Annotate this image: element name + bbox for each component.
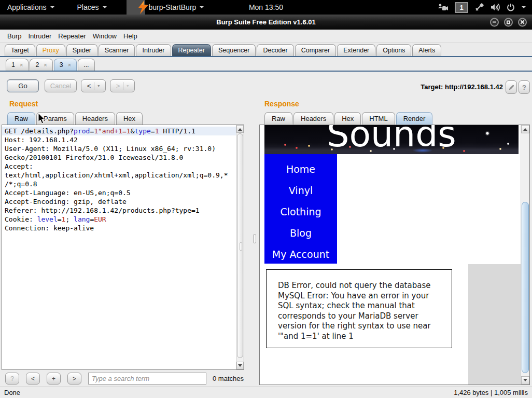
session-tab-3[interactable]: 3× — [54, 59, 77, 71]
main-tab-alerts[interactable]: Alerts — [412, 44, 441, 56]
request-text-segment: = — [58, 215, 62, 223]
dropdown-icon[interactable]: ▾ — [127, 84, 129, 88]
response-tab-render[interactable]: Render — [396, 112, 433, 125]
request-text-segment: HTTP/1.1 — [159, 127, 195, 135]
menubar-item-window[interactable]: Window — [93, 32, 117, 40]
response-tab-html[interactable]: HTML — [362, 112, 395, 125]
minimize-button[interactable] — [490, 18, 499, 26]
search-help-button[interactable]: ? — [5, 373, 19, 385]
session-tab-item[interactable]: ... — [78, 59, 94, 71]
site-nav-link-clothing[interactable]: Clothing — [264, 201, 337, 223]
close-tab-icon[interactable]: × — [44, 60, 47, 71]
site-sidebar-background — [468, 264, 521, 385]
chevron-down-icon[interactable] — [522, 6, 526, 10]
response-tab-raw[interactable]: Raw — [264, 112, 292, 125]
scrollbar-thumb[interactable] — [522, 202, 529, 373]
history-forward-button[interactable]: > ▾ — [110, 79, 135, 92]
search-input[interactable] — [88, 373, 206, 385]
render-scrollbar[interactable] — [521, 125, 529, 385]
response-tab-headers[interactable]: Headers — [293, 112, 333, 125]
response-tab-hex[interactable]: Hex — [334, 112, 361, 125]
scroll-down-button[interactable] — [236, 362, 244, 369]
request-scrollbar[interactable] — [236, 125, 244, 369]
session-tab-1[interactable]: 1× — [6, 59, 29, 71]
triangle-up-icon — [238, 126, 242, 131]
edit-target-button[interactable] — [506, 80, 517, 94]
close-button[interactable] — [518, 18, 527, 26]
places-menu-label: Places — [77, 3, 99, 11]
main-tab-scanner[interactable]: Scanner — [99, 44, 135, 56]
request-text-segment: Cookie: — [5, 215, 37, 223]
go-button[interactable]: Go — [7, 79, 39, 92]
plus-icon: + — [52, 375, 55, 382]
request-text-segment: 1"and+1=1 — [94, 127, 130, 135]
menubar-item-repeater[interactable]: Repeater — [58, 32, 86, 40]
back-arrow-label: < — [87, 82, 91, 90]
target-help-button[interactable]: ? — [519, 80, 530, 94]
site-banner-title: Sounds — [264, 125, 519, 152]
burp-app-menu[interactable]: burp-StartBurp — [123, 0, 207, 15]
target-label: Target: — [421, 83, 443, 91]
request-text-segment: prod — [74, 127, 90, 135]
request-text-segment: level — [37, 215, 58, 223]
request-text-segment: Accept-Language: en-US,en;q=0.5 — [5, 189, 131, 197]
scrollbar-thumb[interactable] — [237, 133, 243, 358]
triangle-down-icon — [238, 364, 242, 369]
main-tab-proxy[interactable]: Proxy — [36, 44, 65, 56]
main-tab-intruder[interactable]: Intruder — [136, 44, 171, 56]
chevron-down-icon — [103, 6, 107, 10]
site-nav-link-vinyl[interactable]: Vinyl — [264, 180, 337, 201]
workspace-indicator[interactable]: 1 — [455, 2, 468, 13]
dropdown-icon[interactable]: ▾ — [97, 84, 100, 88]
cancel-button[interactable]: Cancel — [45, 79, 77, 92]
places-menu[interactable]: Places — [74, 0, 110, 15]
menubar-item-help[interactable]: Help — [123, 32, 137, 40]
site-nav-link-my-account[interactable]: My Account — [264, 244, 337, 265]
maximize-button[interactable] — [504, 18, 513, 26]
request-tab-headers[interactable]: Headers — [75, 112, 115, 125]
request-line-10: Referer: http://192.168.1.42/products.ph… — [2, 206, 244, 215]
search-highlight-button[interactable]: + — [47, 373, 61, 385]
scroll-down-button[interactable] — [521, 376, 529, 385]
db-error-text-line: MySQL Error: You have an error in your — [278, 291, 452, 301]
scroll-up-button[interactable] — [521, 125, 529, 133]
network-icon[interactable] — [475, 3, 484, 11]
main-tab-decoder[interactable]: Decoder — [257, 44, 293, 56]
cancel-button-label: Cancel — [50, 82, 71, 90]
close-tab-icon[interactable]: × — [20, 60, 23, 71]
main-tab-options[interactable]: Options — [376, 44, 411, 56]
search-previous-button[interactable]: < — [26, 373, 40, 385]
panel-divider-grip[interactable] — [253, 234, 256, 243]
request-tab-hex[interactable]: Hex — [116, 112, 143, 125]
main-tab-extender[interactable]: Extender — [337, 44, 375, 56]
mouse-cursor-icon — [38, 113, 46, 124]
volume-icon[interactable] — [491, 3, 500, 11]
power-icon[interactable] — [507, 3, 515, 11]
site-nav-link-home[interactable]: Home — [264, 159, 337, 180]
session-tab-2[interactable]: 2× — [30, 59, 52, 71]
close-tab-icon[interactable]: × — [68, 60, 71, 71]
main-tab-sequencer[interactable]: Sequencer — [212, 44, 256, 56]
main-tab-repeater[interactable]: Repeater — [172, 44, 211, 56]
previous-icon: < — [31, 375, 35, 382]
search-next-button[interactable]: > — [67, 373, 81, 385]
request-text-segment: ; — [65, 215, 74, 223]
main-tab-spider[interactable]: Spider — [66, 44, 97, 56]
menubar-item-intruder[interactable]: Intruder — [28, 32, 51, 40]
request-editor[interactable]: GET /details.php?prod=1"and+1=1&type=1 H… — [2, 125, 244, 370]
response-render-view: Sounds HomeVinylClothingBlogMy Account D… — [259, 125, 530, 385]
main-tab-target[interactable]: Target — [5, 44, 35, 56]
request-tab-raw[interactable]: Raw — [7, 112, 35, 125]
window-titlebar[interactable]: Burp Suite Free Edition v1.6.01 — [0, 15, 532, 30]
applications-menu[interactable]: Applications — [4, 0, 58, 15]
clock[interactable]: Mon 13:50 — [249, 3, 283, 11]
scroll-up-button[interactable] — [236, 125, 244, 133]
main-tab-comparer[interactable]: Comparer — [295, 44, 337, 56]
screen-record-icon[interactable] — [438, 4, 448, 11]
menubar-item-burp[interactable]: Burp — [7, 32, 21, 40]
db-error-box: DB Error, could not query the databaseMy… — [266, 269, 452, 348]
chevron-down-icon — [50, 6, 54, 10]
site-nav-link-blog[interactable]: Blog — [264, 223, 337, 244]
history-back-button[interactable]: < ▾ — [81, 79, 106, 92]
burp-app-icon — [127, 0, 145, 15]
